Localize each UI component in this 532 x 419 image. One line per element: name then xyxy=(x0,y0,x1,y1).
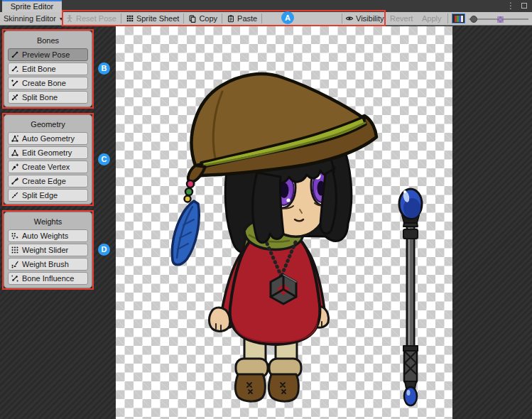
annotation-badge-a: A xyxy=(281,11,294,24)
create-vertex-icon xyxy=(11,163,19,171)
visibility-button[interactable]: Visibility xyxy=(345,12,384,25)
sprite-canvas[interactable] xyxy=(116,26,452,419)
toolbar-button-copy[interactable]: Copy xyxy=(188,12,217,25)
panel-button-split-bone[interactable]: Split Bone xyxy=(8,91,88,104)
panel-button-label: Create Bone xyxy=(22,79,66,87)
weight-brush-icon xyxy=(11,260,19,268)
panel-button-label: Auto Weights xyxy=(22,232,68,240)
auto-geometry-icon xyxy=(11,134,19,143)
annotation-badge-b: B xyxy=(98,62,110,75)
annotation-badge-d: D xyxy=(98,244,110,256)
alpha-checker-icon xyxy=(497,16,504,23)
visibility-label: Visibility xyxy=(356,14,384,23)
white-swatch xyxy=(461,16,463,22)
panel-button-label: Create Edge xyxy=(22,177,66,185)
window-tab-strip: Sprite Editor ⋮ xyxy=(0,0,532,12)
create-bone-icon xyxy=(11,79,19,87)
split-edge-icon xyxy=(11,191,19,200)
revert-button[interactable]: Revert xyxy=(390,12,413,25)
panel-button-create-vertex[interactable]: Create Vertex xyxy=(8,160,88,173)
panel-button-label: Edit Bone xyxy=(22,65,56,73)
toolbar-separator xyxy=(261,13,262,23)
panel-button-label: Bone Influence xyxy=(22,274,74,283)
panel-button-bone-influence[interactable]: Bone Influence xyxy=(8,272,88,285)
annotation-box-c: GeometryAuto GeometryEdit GeometryCreate… xyxy=(2,113,94,206)
toolbar-separator xyxy=(183,13,184,23)
chevron-down-icon: ▾ xyxy=(60,16,63,22)
paste-icon xyxy=(227,14,235,23)
panel-button-label: Weight Slider xyxy=(22,246,68,254)
panel-title-bones: Bones xyxy=(8,34,88,48)
split-bone-icon xyxy=(11,93,19,102)
apply-button[interactable]: Apply xyxy=(422,12,442,25)
toolbar-button-label: Paste xyxy=(237,14,257,23)
bone-influence-icon xyxy=(11,274,19,283)
edit-bone-icon xyxy=(11,65,19,73)
preview-pose-icon xyxy=(11,50,19,59)
rgb-swatch-button[interactable] xyxy=(452,13,465,23)
witch-character-sprite xyxy=(172,74,376,401)
panel-button-edit-bone[interactable]: Edit Bone xyxy=(8,62,88,75)
toolbar-separator xyxy=(121,13,121,23)
workspace: BonesPreview PoseEdit BoneCreate BoneSpl… xyxy=(0,26,532,419)
annotation-badge-c: C xyxy=(98,153,110,165)
panel-button-weight-slider[interactable]: Weight Slider xyxy=(8,244,88,256)
tab-sprite-editor[interactable]: Sprite Editor xyxy=(2,0,62,12)
panel-bones: BonesPreview PoseEdit BoneCreate BoneSpl… xyxy=(4,31,92,107)
annotation-box-d: WeightsAuto WeightsWeight SliderWeight B… xyxy=(2,210,94,290)
panel-button-edit-geometry[interactable]: Edit Geometry xyxy=(8,146,88,159)
staff-sprite xyxy=(399,189,422,406)
panel-button-label: Preview Pose xyxy=(22,50,70,59)
panel-button-label: Split Bone xyxy=(22,93,58,102)
copy-icon xyxy=(188,14,197,23)
slider-handle[interactable] xyxy=(470,16,477,23)
sprite-sheet-icon xyxy=(126,14,134,23)
weight-slider-icon xyxy=(11,246,19,254)
toolbar-button-label: Reset Pose xyxy=(76,14,116,23)
panel-weights: WeightsAuto WeightsWeight SliderWeight B… xyxy=(4,212,92,288)
panel-button-weight-brush[interactable]: Weight Brush xyxy=(8,258,88,271)
create-edge-icon xyxy=(11,177,19,185)
sprite-editor-window: Sprite Editor ⋮ Skinning Editor ▾ Reset … xyxy=(0,0,532,419)
toolbar-separator xyxy=(222,13,222,23)
panel-button-label: Auto Geometry xyxy=(22,134,75,143)
eye-icon xyxy=(345,14,354,23)
panel-button-preview-pose[interactable]: Preview Pose xyxy=(8,48,88,61)
panel-geometry: GeometryAuto GeometryEdit GeometryCreate… xyxy=(4,114,92,205)
panel-button-label: Weight Brush xyxy=(22,260,69,268)
toolbar-button-paste[interactable]: Paste xyxy=(227,12,257,25)
canvas-svg xyxy=(116,26,452,419)
panel-button-label: Edit Geometry xyxy=(22,148,72,157)
pose-icon xyxy=(65,14,74,23)
skinning-editor-label: Skinning Editor xyxy=(4,14,56,23)
toolbar-button-sprite-sheet[interactable]: Sprite Sheet xyxy=(126,12,180,25)
annotation-box-b: BonesPreview PoseEdit BoneCreate BoneSpl… xyxy=(2,29,94,109)
kebab-menu-icon[interactable]: ⋮ xyxy=(506,1,515,10)
panel-title-weights: Weights xyxy=(8,215,88,229)
toolbar-button-label: Sprite Sheet xyxy=(136,14,180,23)
auto-weights-icon xyxy=(11,232,19,240)
skinning-editor-dropdown[interactable]: Skinning Editor ▾ xyxy=(4,12,63,25)
toolbar-button-reset-pose[interactable]: Reset Pose xyxy=(65,12,116,25)
toolbar: Skinning Editor ▾ Reset PoseSprite Sheet… xyxy=(0,12,532,26)
toolbar-separator xyxy=(342,13,342,23)
panel-button-label: Split Edge xyxy=(22,191,58,200)
panel-button-auto-geometry[interactable]: Auto Geometry xyxy=(8,132,88,145)
edit-geometry-icon xyxy=(11,148,19,157)
toolbar-buttons: Reset PoseSprite SheetCopyPaste xyxy=(65,12,266,25)
float-window-icon[interactable] xyxy=(521,3,527,9)
toolbar-separator xyxy=(447,13,448,23)
panel-button-label: Create Vertex xyxy=(22,163,70,171)
panel-button-auto-weights[interactable]: Auto Weights xyxy=(8,229,88,242)
panel-title-geometry: Geometry xyxy=(8,118,88,132)
panel-button-create-bone[interactable]: Create Bone xyxy=(8,77,88,89)
panel-button-create-edge[interactable]: Create Edge xyxy=(8,175,88,187)
alpha-zoom-slider xyxy=(466,12,530,26)
toolbar-button-label: Copy xyxy=(199,14,217,23)
panel-button-split-edge[interactable]: Split Edge xyxy=(8,189,88,202)
